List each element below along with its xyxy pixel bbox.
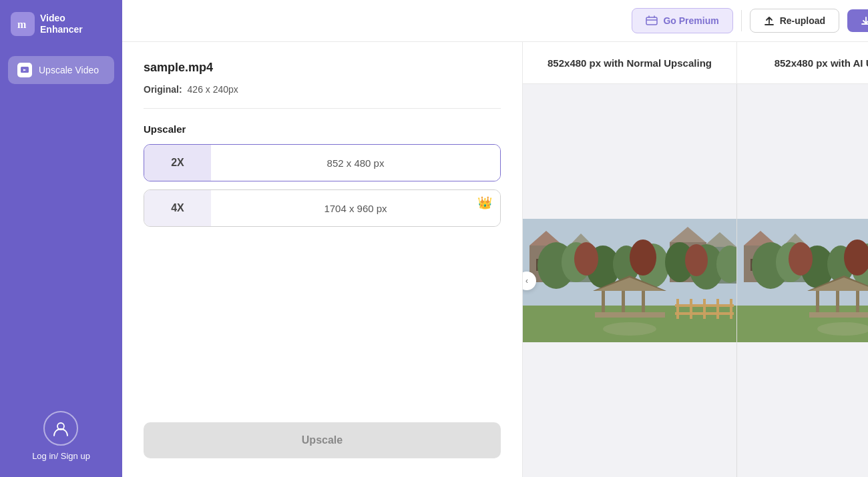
svg-point-46 [603, 322, 656, 336]
app-header: Go Premium Re-upload Download [122, 0, 868, 42]
svg-point-30 [630, 240, 656, 276]
comparison-headers: 852x480 px with Normal Upscaling 852x480… [523, 42, 868, 84]
upscale-options: 2X 852 x 480 px 4X 1704 x 960 px 👑 [144, 144, 501, 227]
sidebar-logo: m Video Enhancer [0, 0, 122, 48]
download-button[interactable]: Download [847, 9, 868, 32]
svg-rect-42 [716, 299, 719, 319]
svg-rect-38 [595, 312, 665, 318]
svg-point-29 [574, 242, 598, 276]
sidebar-item-upscale-video[interactable]: Upscale Video [8, 56, 114, 84]
original-value: 426 x 240px [188, 84, 238, 95]
premium-label: Go Premium [663, 15, 718, 26]
reupload-button[interactable]: Re-upload [750, 9, 839, 33]
file-info: Original: 426 x 240px [144, 84, 501, 95]
panel-divider [144, 108, 501, 109]
ai-upscaling-header: 852x480 px with AI Upscaling [737, 42, 868, 83]
svg-rect-35 [622, 289, 625, 316]
svg-rect-43 [730, 299, 732, 319]
logo-icon: m [11, 12, 35, 36]
left-panel: sample.mp4 Original: 426 x 240px Upscale… [122, 42, 523, 477]
svg-point-31 [685, 244, 708, 276]
login-label[interactable]: Log in/ Sign up [32, 451, 90, 461]
normal-upscaling-side: ‹ [523, 84, 737, 477]
right-panel: 852x480 px with Normal Upscaling 852x480… [523, 42, 868, 477]
svg-rect-41 [703, 299, 706, 319]
upscale-option-2x[interactable]: 2X 852 x 480 px [144, 144, 501, 181]
main-area: Go Premium Re-upload Download [122, 0, 868, 477]
svg-rect-3 [646, 17, 657, 25]
logo-text: Video Enhancer [40, 13, 83, 35]
sidebar-bottom: Log in/ Sign up [32, 411, 90, 477]
upscale-button[interactable]: Upscale [144, 422, 501, 458]
normal-upscaling-thumb [523, 84, 736, 477]
svg-text:m: m [17, 19, 27, 30]
svg-rect-81 [809, 312, 868, 318]
go-premium-button[interactable]: Go Premium [632, 8, 732, 33]
multiplier-4x: 4X [144, 190, 211, 226]
svg-rect-78 [836, 289, 839, 316]
sidebar-item-label: Upscale Video [39, 65, 99, 75]
multiplier-2x: 2X [144, 145, 211, 181]
normal-upscaling-header: 852x480 px with Normal Upscaling [523, 42, 737, 83]
crown-icon: 👑 [477, 195, 492, 210]
svg-rect-34 [642, 289, 645, 316]
sidebar: m Video Enhancer Upscale Video [0, 0, 122, 477]
comparison-images: ‹ [523, 84, 868, 477]
upscaler-label: Upscaler [144, 123, 501, 135]
header-divider [741, 10, 742, 31]
upscale-video-icon [17, 63, 32, 77]
file-name: sample.mp4 [144, 61, 501, 75]
svg-rect-33 [602, 289, 605, 316]
original-label: Original: [144, 84, 182, 95]
resolution-2x: 852 x 480 px [211, 145, 500, 181]
reupload-label: Re-upload [780, 15, 825, 26]
ai-upscaling-thumb [737, 84, 868, 477]
upscale-option-4x[interactable]: 4X 1704 x 960 px 👑 [144, 189, 501, 227]
svg-rect-44 [675, 304, 734, 307]
svg-rect-39 [676, 299, 679, 319]
svg-rect-40 [690, 299, 692, 319]
avatar[interactable] [43, 411, 78, 446]
svg-point-72 [789, 242, 813, 276]
svg-rect-45 [675, 312, 734, 315]
resolution-4x: 1704 x 960 px 👑 [211, 190, 500, 226]
sidebar-nav: Upscale Video [0, 51, 122, 89]
content-area: sample.mp4 Original: 426 x 240px Upscale… [122, 42, 868, 477]
ai-upscaling-side [737, 84, 868, 477]
svg-rect-76 [816, 289, 819, 316]
svg-rect-77 [856, 289, 859, 316]
